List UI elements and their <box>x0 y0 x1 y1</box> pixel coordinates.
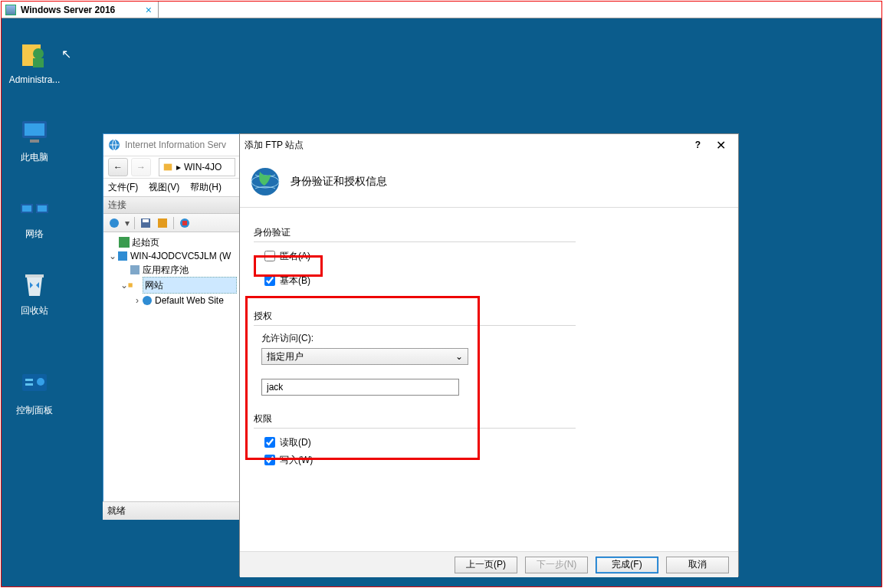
allow-access-label: 允许访问(C): <box>261 332 576 345</box>
svg-rect-24 <box>130 265 140 274</box>
guest-desktop[interactable]: ↖ Administra... 此电脑 网络 回收站 控制面板 Internet… <box>2 18 881 586</box>
checkbox-anonymous[interactable] <box>264 251 275 261</box>
svg-rect-8 <box>38 205 47 212</box>
svg-rect-22 <box>119 237 130 248</box>
desktop-icon-label: Administra... <box>8 74 61 85</box>
save-icon[interactable] <box>140 217 152 229</box>
dialog-title-text: 添加 FTP 站点 <box>245 139 304 152</box>
desktop-icon-control-panel[interactable]: 控制面板 <box>8 370 61 417</box>
cancel-button[interactable]: 取消 <box>666 557 729 573</box>
perm-read-checkbox[interactable]: 读取(D) <box>261 435 576 450</box>
vm-tab-bar: Windows Server 2016 × <box>2 2 881 18</box>
prev-button[interactable]: 上一页(P) <box>455 557 517 573</box>
monitor-icon <box>5 5 16 15</box>
add-ftp-site-dialog: 添加 FTP 站点 ? ✕ 身份验证和授权信息 身份验证 <box>239 133 739 577</box>
connections-pane-header: 连接 <box>103 197 240 214</box>
dialog-header: 身份验证和授权信息 <box>240 156 738 208</box>
svg-rect-12 <box>25 383 33 386</box>
connect-icon[interactable] <box>108 217 120 229</box>
permissions-group-title: 权限 <box>254 412 576 425</box>
tree-start-page[interactable]: 起始页 <box>108 235 237 249</box>
dialog-body: 身份验证 匿名(A) 基本(B) 授权 允许访问(C): 指定用户 <box>240 208 738 551</box>
nav-back-button[interactable]: ← <box>108 158 128 176</box>
iis-status-bar: 就绪 <box>103 501 241 520</box>
desktop-icon-label: 回收站 <box>8 304 61 317</box>
globe-icon <box>249 166 281 198</box>
svg-rect-7 <box>22 205 31 212</box>
nav-forward-button: → <box>131 158 151 176</box>
svg-rect-25 <box>128 283 132 287</box>
svg-rect-21 <box>182 221 187 225</box>
desktop-icon-label: 此电脑 <box>8 151 61 164</box>
desktop-icon-administrator[interactable]: Administra... <box>8 40 61 85</box>
vm-tabbar-empty <box>159 2 881 18</box>
svg-rect-1 <box>33 58 44 67</box>
refresh-icon[interactable] <box>156 217 169 229</box>
dialog-title-bar[interactable]: 添加 FTP 站点 ? ✕ <box>240 134 738 156</box>
desktop-icon-this-pc[interactable]: 此电脑 <box>8 117 61 164</box>
svg-point-0 <box>33 48 44 59</box>
svg-rect-3 <box>25 123 44 136</box>
connections-toolbar: ▾ <box>103 214 240 232</box>
stop-site-icon[interactable] <box>179 217 191 229</box>
svg-rect-18 <box>143 219 149 222</box>
tree-sites-node[interactable]: ⌄ 网站 <box>108 277 237 294</box>
desktop-icon-label: 网络 <box>8 228 61 241</box>
dialog-footer: 上一页(P) 下一步(N) 完成(F) 取消 <box>240 551 738 577</box>
svg-rect-11 <box>25 379 33 381</box>
close-icon[interactable]: × <box>146 4 152 16</box>
menu-file[interactable]: 文件(F) <box>108 181 138 194</box>
dialog-heading: 身份验证和授权信息 <box>291 175 387 189</box>
chevron-down-icon: ⌄ <box>455 351 463 362</box>
perm-write-checkbox[interactable]: 写入(W) <box>261 452 576 468</box>
iis-status-text: 就绪 <box>107 504 126 517</box>
vm-outer-frame: Windows Server 2016 × ↖ Administra... 此电… <box>1 1 882 587</box>
connections-tree[interactable]: 起始页 ⌄ WIN-4JODCVC5JLM (W 应用程序池 ⌄ 网站 <box>103 232 240 307</box>
iis-title-bar[interactable]: Internet Information Serv <box>103 134 240 156</box>
svg-point-13 <box>37 378 44 386</box>
iis-breadcrumb-server[interactable]: WIN-4JO <box>184 162 222 172</box>
close-button[interactable]: ✕ <box>708 138 734 153</box>
auth-group-title: 身份验证 <box>254 226 576 239</box>
svg-rect-9 <box>25 274 44 278</box>
svg-rect-15 <box>164 164 172 171</box>
iis-menu-bar: 文件(F) 视图(V) 帮助(H) <box>103 179 240 197</box>
authorization-group-title: 授权 <box>254 310 576 323</box>
iis-title-text: Internet Information Serv <box>125 140 226 150</box>
finish-button[interactable]: 完成(F) <box>596 557 658 573</box>
menu-view[interactable]: 视图(V) <box>149 181 179 194</box>
allowed-user-input[interactable] <box>261 379 459 396</box>
vm-tab-label: Windows Server 2016 <box>21 5 115 15</box>
iis-address-bar: ← → ▸ WIN-4JO <box>103 156 240 179</box>
svg-point-16 <box>110 218 119 228</box>
svg-rect-19 <box>158 218 167 228</box>
svg-point-26 <box>143 296 152 305</box>
vm-tab-active[interactable]: Windows Server 2016 × <box>2 2 159 18</box>
auth-basic-checkbox[interactable]: 基本(B) <box>261 273 576 288</box>
tree-server-node[interactable]: ⌄ WIN-4JODCVC5JLM (W <box>108 249 237 263</box>
allow-access-selected: 指定用户 <box>267 350 304 363</box>
cursor-icon: ↖ <box>61 47 71 61</box>
checkbox-basic[interactable] <box>264 275 275 286</box>
iis-app-icon <box>108 139 120 151</box>
desktop-icon-network[interactable]: 网络 <box>8 193 61 241</box>
desktop-icon-label: 控制面板 <box>8 404 61 417</box>
checkbox-write[interactable] <box>264 455 275 465</box>
auth-anonymous-checkbox[interactable]: 匿名(A) <box>261 248 576 264</box>
tree-default-website[interactable]: › Default Web Site <box>108 294 237 307</box>
allow-access-select[interactable]: 指定用户 ⌄ <box>261 348 468 365</box>
tree-app-pools[interactable]: 应用程序池 <box>108 263 237 277</box>
iis-manager-window[interactable]: Internet Information Serv ← → ▸ WIN-4JO … <box>103 133 241 520</box>
help-button[interactable]: ? <box>688 140 708 150</box>
next-button: 下一步(N) <box>525 557 588 573</box>
svg-rect-4 <box>30 140 39 143</box>
desktop-icon-recycle-bin[interactable]: 回收站 <box>8 270 61 317</box>
server-icon <box>162 162 173 172</box>
checkbox-read[interactable] <box>264 437 275 448</box>
svg-rect-23 <box>118 251 127 261</box>
menu-help[interactable]: 帮助(H) <box>190 181 222 194</box>
